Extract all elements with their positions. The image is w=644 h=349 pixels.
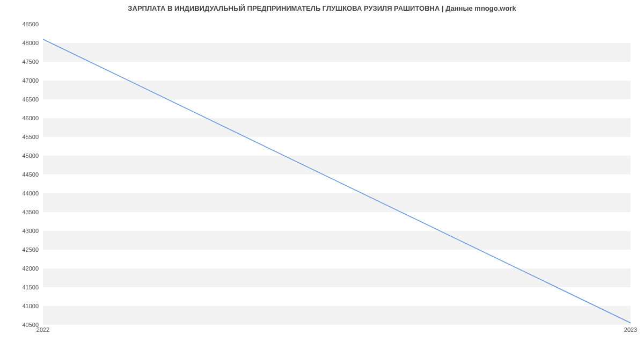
y-tick-label: 42500 bbox=[4, 246, 39, 253]
y-tick-label: 46000 bbox=[4, 115, 39, 121]
y-tick-label: 44500 bbox=[4, 171, 39, 178]
y-tick-label: 45500 bbox=[4, 134, 39, 140]
y-tick-label: 46500 bbox=[4, 96, 39, 103]
y-tick-label: 43500 bbox=[4, 209, 39, 215]
y-tick-label: 41500 bbox=[4, 284, 39, 290]
y-tick-label: 43000 bbox=[4, 228, 39, 234]
line-series bbox=[43, 24, 631, 325]
x-tick-label: 2022 bbox=[36, 326, 49, 333]
chart-container: ЗАРПЛАТА В ИНДИВИДУАЛЬНЫЙ ПРЕДПРИНИМАТЕЛ… bbox=[0, 0, 644, 349]
y-tick-label: 42000 bbox=[4, 265, 39, 272]
y-tick-label: 48000 bbox=[4, 40, 39, 46]
x-tick-label: 2023 bbox=[624, 326, 637, 333]
y-tick-label: 40500 bbox=[4, 322, 39, 328]
y-tick-label: 47000 bbox=[4, 77, 39, 84]
y-tick-label: 48500 bbox=[4, 21, 39, 27]
y-tick-label: 44000 bbox=[4, 190, 39, 197]
chart-title: ЗАРПЛАТА В ИНДИВИДУАЛЬНЫЙ ПРЕДПРИНИМАТЕЛ… bbox=[0, 4, 644, 12]
y-tick-label: 47500 bbox=[4, 59, 39, 65]
y-tick-label: 45000 bbox=[4, 152, 39, 159]
y-tick-label: 41000 bbox=[4, 303, 39, 309]
series-line bbox=[43, 39, 631, 323]
plot-area bbox=[43, 24, 631, 325]
